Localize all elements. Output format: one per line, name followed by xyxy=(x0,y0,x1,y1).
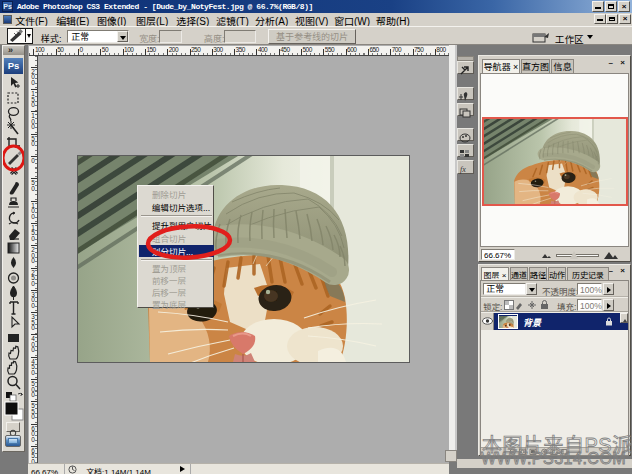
svg-text:fx: fx xyxy=(460,165,466,174)
